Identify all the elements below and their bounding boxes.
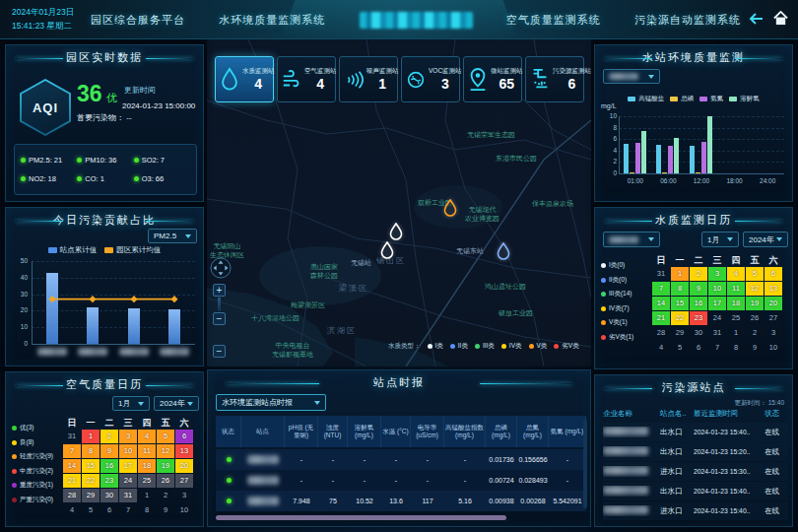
calendar-day-cell[interactable]: 15 [82, 459, 100, 473]
calendar-day-cell[interactable]: 2 [746, 326, 764, 340]
nav-item-3[interactable]: 污染源自动监测系统 [634, 13, 741, 28]
table-row[interactable]: ------0.017360.156656-- [216, 449, 586, 470]
calendar-day-cell[interactable]: 26 [157, 474, 174, 488]
calendar-day-cell[interactable]: 11 [727, 282, 745, 296]
map-pan-control[interactable] [209, 256, 233, 284]
calendar-day-cell[interactable]: 4 [652, 341, 670, 355]
calendar-day-cell[interactable]: 9 [690, 282, 707, 296]
calendar-day-cell[interactable]: 25 [138, 474, 156, 488]
calendar-day-cell[interactable]: 1 [138, 489, 156, 502]
calendar-day-cell[interactable]: 3 [708, 267, 726, 281]
table-row[interactable]: 出水口2024-01-23 15:40..在线 [603, 482, 788, 500]
pollutant-dropdown[interactable]: PM2.5 [148, 229, 197, 243]
calendar-day-cell[interactable]: 3 [175, 489, 193, 502]
calendar-day-cell[interactable]: 24 [119, 474, 137, 488]
calendar-day-cell[interactable]: 4 [63, 503, 81, 517]
calendar-day-cell[interactable]: 26 [746, 311, 764, 325]
table-row[interactable]: ------0.007240.028493-- [216, 470, 586, 491]
horizontal-scrollbar[interactable] [216, 515, 506, 520]
calendar-day-cell[interactable]: 1 [727, 326, 745, 340]
month-dropdown[interactable]: 1月 [112, 396, 150, 411]
calendar-day-cell[interactable]: 7 [119, 503, 137, 517]
calendar-day-cell[interactable]: 21 [63, 474, 81, 488]
calendar-day-cell[interactable]: 5 [157, 430, 174, 443]
calendar-day-cell[interactable]: 30 [690, 326, 707, 340]
station-type-dropdown[interactable]: 水环境监测站点时报 [216, 394, 326, 411]
vertical-scrollbar[interactable] [583, 420, 587, 508]
calendar-day-cell[interactable]: 4 [727, 267, 745, 281]
zoom-in-button[interactable]: + [213, 284, 226, 297]
calendar-day-cell[interactable]: 31 [708, 326, 726, 340]
calendar-day-cell[interactable]: 10 [708, 282, 726, 296]
calendar-day-cell[interactable]: 14 [63, 459, 81, 473]
calendar-day-cell[interactable]: 16 [100, 459, 118, 473]
calendar-day-cell[interactable]: 4 [138, 430, 156, 443]
calendar-day-cell[interactable]: 9 [100, 444, 118, 458]
calendar-day-cell[interactable]: 8 [138, 503, 156, 517]
calendar-day-cell[interactable]: 17 [708, 297, 726, 310]
calendar-day-cell[interactable]: 6 [175, 430, 193, 443]
calendar-day-cell[interactable]: 8 [727, 341, 745, 355]
calendar-day-cell[interactable]: 14 [652, 297, 670, 310]
calendar-day-cell[interactable]: 10 [765, 341, 782, 355]
nav-item-1[interactable]: 水环境质量监测系统 [219, 13, 325, 28]
calendar-day-cell[interactable]: 7 [63, 444, 81, 458]
calendar-day-cell[interactable]: 12 [157, 444, 174, 458]
calendar-day-cell[interactable]: 29 [671, 326, 689, 340]
calendar-day-cell[interactable]: 31 [119, 489, 137, 502]
calendar-day-cell[interactable]: 7 [652, 282, 670, 296]
calendar-day-cell[interactable]: 6 [690, 341, 707, 355]
calendar-day-cell[interactable]: 12 [746, 282, 764, 296]
calendar-day-cell[interactable]: 23 [690, 311, 707, 325]
calendar-day-cell[interactable]: 2 [100, 430, 118, 443]
home-icon[interactable] [773, 11, 788, 30]
calendar-day-cell[interactable]: 5 [671, 341, 689, 355]
calendar-day-cell[interactable]: 16 [690, 297, 707, 310]
calendar-day-cell[interactable]: 9 [157, 503, 174, 517]
calendar-day-cell[interactable]: 5 [746, 267, 764, 281]
month-dropdown[interactable]: 1月 [701, 232, 739, 247]
table-row[interactable]: 进水口2024-01-23 15:40..在线 [603, 501, 788, 520]
calendar-day-cell[interactable]: 18 [727, 297, 745, 310]
calendar-day-cell[interactable]: 20 [765, 297, 782, 310]
calendar-day-cell[interactable]: 9 [746, 341, 764, 355]
calendar-day-cell[interactable]: 10 [119, 444, 137, 458]
year-dropdown[interactable]: 2024年 [743, 232, 788, 247]
calendar-day-cell[interactable]: 27 [765, 311, 782, 325]
calendar-day-cell[interactable]: 20 [175, 459, 193, 473]
calendar-day-cell[interactable]: 3 [119, 430, 137, 443]
calendar-day-cell[interactable]: 11 [138, 444, 156, 458]
table-row[interactable]: 出水口2024-01-23 15:20..在线 [603, 442, 788, 461]
calendar-day-cell[interactable]: 19 [157, 459, 174, 473]
calendar-day-cell[interactable]: 7 [708, 341, 726, 355]
zoom-slider-track[interactable] [218, 298, 221, 311]
calendar-day-cell[interactable]: 21 [652, 311, 670, 325]
station-dropdown[interactable] [603, 69, 660, 84]
calendar-day-cell[interactable]: 5 [82, 503, 100, 517]
calendar-day-cell[interactable]: 3 [765, 326, 782, 340]
calendar-day-cell[interactable]: 22 [82, 474, 100, 488]
calendar-day-cell[interactable]: 31 [652, 267, 670, 281]
calendar-day-cell[interactable]: 1 [82, 430, 100, 443]
back-icon[interactable] [749, 12, 765, 30]
calendar-day-cell[interactable]: 17 [119, 459, 137, 473]
calendar-day-cell[interactable]: 31 [63, 430, 81, 443]
calendar-day-cell[interactable]: 29 [82, 489, 100, 502]
calendar-day-cell[interactable]: 30 [100, 489, 118, 502]
year-dropdown[interactable]: 2024年 [154, 396, 199, 411]
calendar-day-cell[interactable]: 1 [671, 267, 689, 281]
calendar-day-cell[interactable]: 22 [671, 311, 689, 325]
calendar-day-cell[interactable]: 13 [765, 282, 782, 296]
station-dropdown[interactable] [603, 232, 660, 247]
calendar-day-cell[interactable]: 27 [175, 474, 193, 488]
zoom-out-handle[interactable]: − [213, 345, 226, 358]
calendar-day-cell[interactable]: 25 [727, 311, 745, 325]
calendar-day-cell[interactable]: 8 [82, 444, 100, 458]
calendar-day-cell[interactable]: 2 [157, 489, 174, 502]
map-canvas[interactable]: 无锡阳山 生态休闲区惠山国家 森林公园梅梁湖景区十八湾湿地公园中央电视台 无锡影… [207, 39, 591, 366]
nav-item-0[interactable]: 园区综合服务平台 [91, 13, 185, 28]
calendar-day-cell[interactable]: 10 [175, 503, 193, 517]
calendar-day-cell[interactable]: 15 [671, 297, 689, 310]
calendar-day-cell[interactable]: 18 [138, 459, 156, 473]
calendar-day-cell[interactable]: 6 [765, 267, 782, 281]
